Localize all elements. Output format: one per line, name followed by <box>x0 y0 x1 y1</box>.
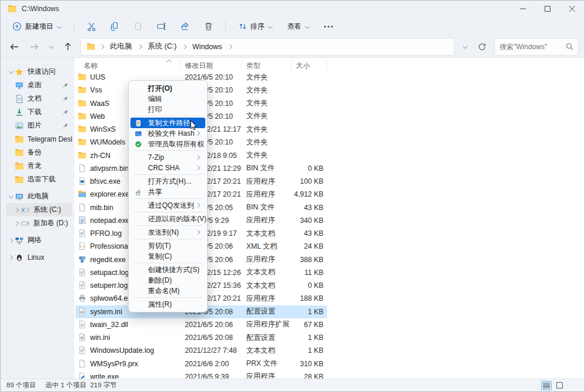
cut-button[interactable] <box>82 19 100 34</box>
rename-button[interactable] <box>153 19 170 34</box>
menu-item--qq-[interactable]: 通过QQ发送到 <box>130 200 205 211</box>
breadcrumb-drive-c[interactable]: 系统 (C:) <box>147 40 178 53</box>
sidebar-item--[interactable]: 图片 <box>6 119 72 132</box>
file-row-twain_32.dll[interactable]: twain_32.dll2021/6/5 20:06应用程序扩展67 KB <box>75 318 327 331</box>
sidebar-item--c-[interactable]: 系统 (C:) <box>6 203 72 216</box>
menu-item-label: 打开方式(H)... <box>148 177 192 185</box>
chevron-right-icon[interactable] <box>6 255 15 259</box>
breadcrumb-windows[interactable]: Windows <box>191 42 223 52</box>
address-bar: 此电脑 系统 (C:) Windows <box>1 36 584 58</box>
file-type: 文件夹 <box>246 98 290 108</box>
menu-item--c-[interactable]: 复制(C) <box>130 251 205 262</box>
large-icons-view-button[interactable] <box>554 381 565 390</box>
maximize-button[interactable] <box>535 1 560 17</box>
sidebar-item--[interactable]: 青龙 <box>6 159 72 173</box>
sidebar-item--[interactable]: 网络 <box>6 233 72 247</box>
folder-icon <box>15 148 24 157</box>
chevron-right-icon[interactable] <box>12 208 20 212</box>
recent-locations-button[interactable] <box>46 39 56 54</box>
file-date: 2021/6/5 20:08 <box>185 333 243 342</box>
sidebar-item-telegram-desktop[interactable]: Telegram Desktop <box>6 132 72 146</box>
address-dropdown-button[interactable] <box>459 39 470 54</box>
menu-item-7-zip[interactable]: 7-Zip <box>130 152 205 163</box>
up-button[interactable] <box>60 39 75 54</box>
sidebar-item--[interactable]: 下载 <box>6 105 72 119</box>
menu-item--[interactable]: 编辑 <box>130 94 205 104</box>
back-button[interactable] <box>6 39 22 54</box>
menu-item--s-[interactable]: 创建快捷方式(S) <box>130 264 205 275</box>
navigation-pane: 快速访问桌面文档下载图片Telegram Desktop备份青龙迅雷下载此电脑系… <box>1 58 74 379</box>
sidebar-item-linux[interactable]: Linux <box>6 250 72 264</box>
sidebar-item--[interactable]: 此电脑 <box>6 190 72 203</box>
menu-item--t-[interactable]: 剪切(T) <box>130 240 205 251</box>
file-name: write.exe <box>90 373 179 379</box>
refresh-button[interactable] <box>474 39 490 54</box>
file-size: 1 KB <box>283 308 324 316</box>
ini-icon <box>78 307 87 316</box>
file-size: 0 KB <box>283 164 324 173</box>
chevron-right-icon[interactable] <box>6 238 15 242</box>
file-size: 340 KB <box>283 216 324 225</box>
file-icon <box>78 164 87 173</box>
folder-icon <box>78 151 87 160</box>
menu-item--m-[interactable]: 重命名(M) <box>130 286 205 296</box>
file-size: 188 KB <box>283 294 324 302</box>
menu-item--n-[interactable]: 发送到(N) <box>130 227 205 238</box>
sidebar-item--[interactable]: 备份 <box>6 146 72 159</box>
share-button[interactable] <box>176 19 194 34</box>
column-header-name[interactable]: 名称 <box>75 60 180 71</box>
details-view-button[interactable] <box>541 381 552 390</box>
chevron-down-icon[interactable] <box>6 194 15 198</box>
chevron-right-icon[interactable] <box>12 221 20 225</box>
view-button[interactable]: 查看 <box>283 19 314 34</box>
chevron-down-icon <box>57 25 61 29</box>
status-bar: 89 个项目 选中 1 个项目 219 字节 <box>1 379 584 391</box>
chevron-down-icon <box>268 25 272 29</box>
pin-icon <box>63 96 68 102</box>
menu-item--[interactable]: 共享 <box>130 187 205 197</box>
file-row-wmsyspr9.prx[interactable]: WMSysPr9.prx2021/6/6 2:00PRX 文件310 KB <box>75 357 327 370</box>
text-icon <box>78 229 87 238</box>
folder-icon <box>78 112 87 121</box>
new-item-button[interactable]: 新建项目 <box>8 19 66 34</box>
menu-item-label: 7-Zip <box>148 153 164 161</box>
file-size: 43 KB <box>283 204 324 212</box>
sidebar-item--[interactable]: 桌面 <box>6 78 72 92</box>
file-row-write.exe[interactable]: write.exe2021/6/5 9:39应用程序28 KB <box>75 370 327 379</box>
column-header-size[interactable]: 大小 <box>291 60 327 71</box>
pictures-icon <box>15 121 24 130</box>
forward-button[interactable] <box>26 39 42 54</box>
menu-item--[interactable]: 管理员取得所有权 <box>130 139 205 149</box>
menu-item-crc-sha[interactable]: CRC SHA <box>130 163 205 173</box>
menu-separator <box>133 263 202 263</box>
paste-button[interactable] <box>129 19 147 34</box>
chevron-down-icon[interactable] <box>6 70 15 74</box>
menu-item--d-[interactable]: 删除(D) <box>130 275 205 286</box>
menu-item--h-[interactable]: 打开方式(H)... <box>130 176 205 187</box>
menu-item--r-[interactable]: 属性(R) <box>130 299 205 310</box>
column-header-date[interactable]: 修改日期 <box>180 60 242 71</box>
file-row-windowsupdate.log[interactable]: WindowsUpdate.log2021/12/27 7:48文本文档1 KB <box>75 344 327 357</box>
notepad-icon <box>78 216 87 225</box>
close-button[interactable] <box>560 1 584 17</box>
file-row-win.ini[interactable]: win.ini2021/6/5 20:08配置设置1 KB <box>75 331 327 344</box>
sidebar-item--[interactable]: 文档 <box>6 92 72 105</box>
sidebar-item--d-[interactable]: 新加卷 (D:) <box>6 216 72 230</box>
pin-icon <box>63 123 68 129</box>
breadcrumb-this-pc[interactable]: 此电脑 <box>109 40 133 53</box>
menu-item--o-[interactable]: 打开(O) <box>130 83 205 94</box>
sidebar-item--[interactable]: 迅雷下载 <box>6 173 72 186</box>
breadcrumb[interactable]: 此电脑 系统 (C:) Windows <box>80 38 455 56</box>
sort-button[interactable]: 排序 <box>234 19 277 34</box>
search-input[interactable] <box>500 43 566 51</box>
delete-button[interactable] <box>199 19 217 34</box>
sidebar-item--[interactable]: 快速访问 <box>6 65 72 78</box>
menu-item--[interactable]: 打印 <box>130 104 205 115</box>
minimize-button[interactable] <box>511 1 535 17</box>
submenu-arrow-icon <box>196 230 200 234</box>
column-header-type[interactable]: 类型 <box>242 60 291 71</box>
more-options-button[interactable] <box>319 26 338 27</box>
copy-button[interactable] <box>106 19 123 34</box>
menu-item--v-[interactable]: 还原以前的版本(V) <box>130 214 205 224</box>
chevron-right-icon <box>228 44 232 49</box>
